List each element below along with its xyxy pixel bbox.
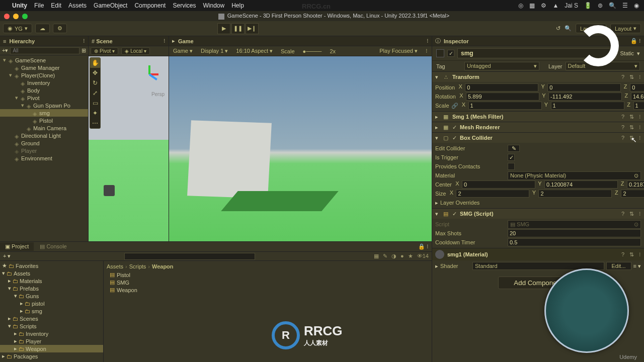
position-y[interactable] xyxy=(547,83,621,92)
foldout[interactable]: ▸ xyxy=(435,200,438,206)
maximize-button[interactable] xyxy=(22,14,28,19)
game-menu[interactable]: ⁝ xyxy=(427,38,429,44)
project-search[interactable] xyxy=(124,253,255,260)
scene-menu[interactable]: ⁝ xyxy=(164,38,166,44)
pivot-toggle[interactable]: ⊕Pivot▾ xyxy=(91,47,118,55)
tray-icon[interactable]: ▦ xyxy=(529,2,535,9)
hierarchy-node[interactable]: Directional Light xyxy=(0,132,88,139)
hierarchy-node[interactable]: Pistol xyxy=(0,117,88,124)
scene-viewport[interactable]: ✋ ✥ ↻ ⤢ ▭ ✦ ⋯ Persp xyxy=(89,56,169,241)
project-tree-node[interactable]: ▸🗀pistol xyxy=(0,300,103,307)
add-button[interactable]: + ▾ xyxy=(3,253,11,259)
preset-icon[interactable]: ⇅ xyxy=(629,135,634,141)
hierarchy-node[interactable]: ▾GameScene xyxy=(0,56,88,64)
foldout[interactable]: ▾ xyxy=(435,135,439,141)
transform-tool[interactable]: ✦ xyxy=(90,108,100,118)
center-x[interactable] xyxy=(462,180,535,189)
scale-x[interactable] xyxy=(468,102,542,110)
static-label[interactable]: Static xyxy=(620,50,634,56)
move-tool[interactable]: ✥ xyxy=(90,68,100,78)
menu-file[interactable]: File xyxy=(34,2,44,9)
project-tree-node[interactable]: ▸🗀smg xyxy=(0,307,103,315)
link-icon[interactable]: 🔗 xyxy=(451,103,458,109)
aspect-dropdown[interactable]: 16:10 Aspect ▾ xyxy=(236,48,273,54)
hidden-count[interactable]: 👁14 xyxy=(417,253,429,259)
project-tree-node[interactable]: ▾🗀Guns xyxy=(0,292,103,300)
project-tree-node[interactable]: ▸🗀Inventory xyxy=(0,330,103,337)
add-button[interactable]: +▾ xyxy=(2,47,8,54)
orientation-gizmo[interactable] xyxy=(139,63,162,85)
edit-button[interactable]: Edit... xyxy=(606,262,631,270)
cooldown-input[interactable] xyxy=(508,238,641,246)
project-tree-node[interactable]: ★🗀Favorites xyxy=(0,262,103,269)
is-trigger-checkbox[interactable]: ✓ xyxy=(508,154,515,161)
menu-component[interactable]: Component xyxy=(134,2,166,9)
foldout[interactable]: ▸ xyxy=(435,124,439,131)
menu-icon[interactable]: ⁝ xyxy=(639,124,641,131)
position-z[interactable] xyxy=(630,83,644,92)
siri-icon[interactable]: ◉ xyxy=(634,2,639,9)
star-icon[interactable]: ★ xyxy=(408,253,413,259)
rotation-z[interactable] xyxy=(631,93,644,101)
project-tree-node[interactable]: ▸🗀Packages xyxy=(0,352,103,360)
edit-collider-button[interactable]: ✎ xyxy=(508,145,520,152)
persp-label[interactable]: Persp xyxy=(151,92,165,97)
tab-project[interactable]: ▣ Project xyxy=(0,242,34,251)
scale-y[interactable] xyxy=(551,102,624,110)
hierarchy-node[interactable]: Environment xyxy=(0,154,88,162)
center-y[interactable] xyxy=(544,180,618,189)
menu-icon[interactable]: ⁝ xyxy=(639,251,641,258)
hierarchy-node[interactable]: Inventory xyxy=(0,79,88,86)
enabled-checkbox[interactable]: ✓ xyxy=(452,124,457,131)
provides-contacts-checkbox[interactable] xyxy=(508,163,515,170)
scale-z[interactable] xyxy=(633,102,644,110)
account-chip[interactable]: ◉ YG ▾ xyxy=(3,24,32,33)
hierarchy-node[interactable]: Main Camera xyxy=(0,124,88,132)
size-z[interactable] xyxy=(621,190,644,198)
visibility-icon[interactable]: ◑ xyxy=(391,253,396,259)
hand-tool[interactable]: ✋ xyxy=(90,58,100,68)
rotate-tool[interactable]: ↻ xyxy=(90,78,100,88)
crumb[interactable]: Scripts xyxy=(129,263,146,269)
preset-icon[interactable]: ⇅ xyxy=(629,251,634,258)
gameobject-icon[interactable] xyxy=(436,49,444,57)
search-icon[interactable]: 🔍 xyxy=(565,25,572,32)
center-z[interactable] xyxy=(627,180,644,189)
favorite-icon[interactable]: ✎ xyxy=(383,253,387,259)
project-tree-node[interactable]: ▾🗀Assets xyxy=(0,269,103,277)
wifi-icon[interactable]: ⊚ xyxy=(598,2,603,9)
project-tree-node[interactable]: ▾🗀Scripts xyxy=(0,322,103,330)
menu-window[interactable]: Window xyxy=(203,2,224,9)
static-dropdown[interactable]: ▾ xyxy=(637,50,640,57)
pause-button[interactable]: ❚❚ xyxy=(231,23,245,34)
hierarchy-node[interactable]: smg xyxy=(0,109,88,117)
help-icon[interactable]: ? xyxy=(621,74,624,80)
tray-icon[interactable]: ▲ xyxy=(552,2,558,9)
preset-icon[interactable]: ⇅ xyxy=(629,211,634,217)
foldout[interactable]: ▾ xyxy=(435,74,439,80)
menu-icon[interactable]: ⁝ xyxy=(639,135,641,141)
enabled-checkbox[interactable]: ✓ xyxy=(452,211,457,217)
max-shots-input[interactable] xyxy=(508,229,641,237)
hierarchy-node[interactable]: ▾Pivot xyxy=(0,94,88,102)
cloud-button[interactable]: ☁ xyxy=(35,24,50,33)
play-focus-dropdown[interactable]: Play Focused ▾ xyxy=(379,48,418,54)
custom-tool[interactable]: ⋯ xyxy=(90,118,100,128)
step-button[interactable]: ▶❙ xyxy=(246,23,259,34)
play-button[interactable]: ▶ xyxy=(217,23,230,34)
game-mode-dropdown[interactable]: Game ▾ xyxy=(173,48,193,54)
hierarchy-node[interactable]: Ground xyxy=(0,139,88,147)
crumb[interactable]: Weapon xyxy=(152,263,174,269)
crumb[interactable]: Assets xyxy=(107,263,123,269)
rotation-y[interactable] xyxy=(548,93,622,101)
tray-user[interactable]: Jai S xyxy=(565,2,578,9)
close-button[interactable] xyxy=(4,14,10,19)
foldout[interactable]: ▸ xyxy=(435,114,439,120)
project-item[interactable]: ▤Pistol xyxy=(107,271,429,279)
menu-icon[interactable]: ⁝ xyxy=(639,211,641,217)
battery-icon[interactable]: 🔋 xyxy=(584,2,592,9)
hierarchy-search[interactable] xyxy=(10,47,79,54)
project-tree-node[interactable]: ▸🗀Scenes xyxy=(0,315,103,322)
game-opts[interactable]: ⁝ xyxy=(426,48,428,54)
lock-icon[interactable]: 🔒 ⁝ xyxy=(630,38,641,44)
